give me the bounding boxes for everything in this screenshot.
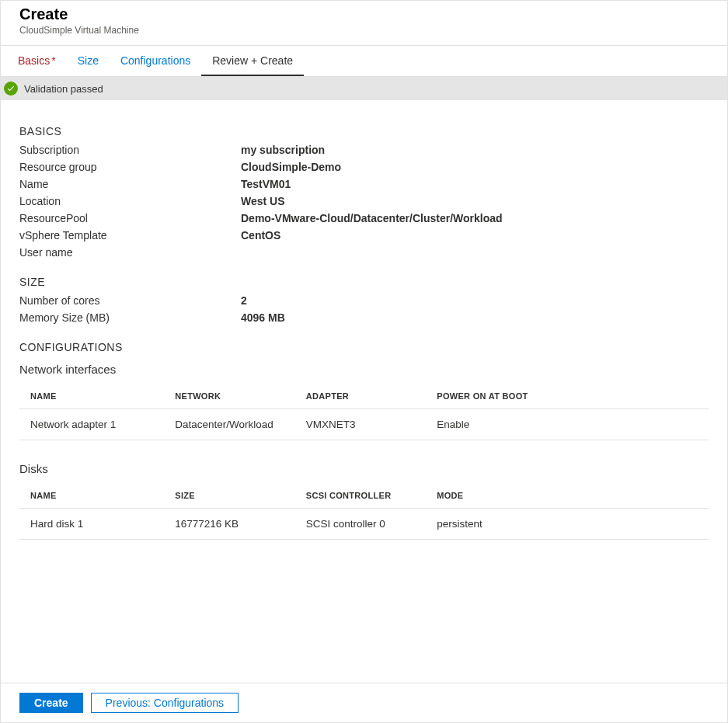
review-content: BASICS Subscription my subscription Reso… [1, 100, 727, 540]
page-subtitle: CloudSimple Virtual Machine [19, 25, 709, 36]
rg-value: CloudSimple-Demo [241, 161, 341, 173]
create-button[interactable]: Create [19, 693, 83, 713]
page-title: Create [19, 5, 709, 23]
configurations-heading: CONFIGURATIONS [19, 341, 709, 353]
table-row: Network adapter 1 Datacenter/Workload VM… [19, 409, 709, 440]
th-disk-mode: MODE [426, 483, 709, 509]
subscription-value: my subscription [241, 144, 325, 156]
tab-configurations-label: Configurations [120, 54, 190, 67]
name-label: Name [19, 178, 241, 190]
check-icon [4, 82, 18, 96]
tab-basics[interactable]: Basics * [7, 46, 67, 76]
previous-button[interactable]: Previous: Configurations [91, 693, 239, 713]
row-location: Location West US [19, 195, 709, 207]
template-label: vSphere Template [19, 229, 241, 242]
tab-review-create[interactable]: Review + Create [201, 46, 304, 76]
cores-label: Number of cores [19, 294, 241, 307]
table-header-row: NAME SIZE SCSI CONTROLLER MODE [19, 483, 709, 509]
row-username: User name [19, 246, 709, 259]
tab-size-label: Size [78, 54, 99, 67]
disks-table: NAME SIZE SCSI CONTROLLER MODE Hard disk… [19, 483, 709, 540]
row-name: Name TestVM01 [19, 178, 709, 190]
pool-value: Demo-VMware-Cloud/Datacenter/Cluster/Wor… [241, 212, 503, 224]
tab-size[interactable]: Size [67, 46, 110, 76]
row-cores: Number of cores 2 [19, 294, 709, 307]
disks-sub: Disks [19, 462, 709, 475]
th-network: NETWORK [164, 384, 295, 409]
cell-disk-name: Hard disk 1 [19, 509, 164, 540]
network-interfaces-table: NAME NETWORK ADAPTER POWER ON AT BOOT Ne… [19, 384, 709, 440]
cores-value: 2 [241, 294, 247, 307]
cell-disk-mode: persistent [426, 509, 709, 540]
th-adapter: ADAPTER [295, 384, 427, 409]
tab-review-label: Review + Create [212, 54, 293, 67]
th-power: POWER ON AT BOOT [426, 384, 709, 409]
user-label: User name [19, 246, 241, 259]
th-disk-name: NAME [19, 483, 164, 509]
table-header-row: NAME NETWORK ADAPTER POWER ON AT BOOT [19, 384, 709, 409]
cell-adapter: VMXNET3 [295, 409, 427, 440]
memory-value: 4096 MB [241, 311, 285, 324]
location-label: Location [19, 195, 241, 207]
template-value: CentOS [241, 229, 280, 242]
cell-power: Enable [426, 409, 709, 440]
th-disk-size: SIZE [164, 483, 295, 509]
basics-heading: BASICS [19, 125, 709, 137]
row-template: vSphere Template CentOS [19, 229, 709, 242]
rg-label: Resource group [19, 161, 241, 173]
validation-bar: Validation passed [1, 77, 727, 100]
pool-label: ResourcePool [19, 212, 241, 224]
th-disk-scsi: SCSI CONTROLLER [295, 483, 427, 509]
row-resource-pool: ResourcePool Demo-VMware-Cloud/Datacente… [19, 212, 709, 224]
tab-bar: Basics * Size Configurations Review + Cr… [1, 46, 727, 77]
footer-bar: Create Previous: Configurations [1, 683, 727, 722]
cell-name: Network adapter 1 [19, 409, 164, 440]
name-value: TestVM01 [241, 178, 291, 190]
th-name: NAME [19, 384, 164, 409]
row-resource-group: Resource group CloudSimple-Demo [19, 161, 709, 173]
tab-configurations[interactable]: Configurations [110, 46, 201, 76]
cell-disk-size: 16777216 KB [164, 509, 295, 540]
row-memory: Memory Size (MB) 4096 MB [19, 311, 709, 324]
network-interfaces-sub: Network interfaces [19, 363, 709, 376]
tab-basics-label: Basics [18, 54, 50, 67]
required-asterisk: * [51, 54, 55, 67]
subscription-label: Subscription [19, 144, 241, 156]
size-heading: SIZE [19, 276, 709, 288]
validation-text: Validation passed [24, 83, 103, 95]
table-row: Hard disk 1 16777216 KB SCSI controller … [19, 509, 709, 540]
row-subscription: Subscription my subscription [19, 144, 709, 156]
memory-label: Memory Size (MB) [19, 311, 241, 324]
cell-network: Datacenter/Workload [164, 409, 295, 440]
location-value: West US [241, 195, 285, 207]
cell-disk-scsi: SCSI controller 0 [295, 509, 427, 540]
page-header: Create CloudSimple Virtual Machine [1, 1, 727, 46]
